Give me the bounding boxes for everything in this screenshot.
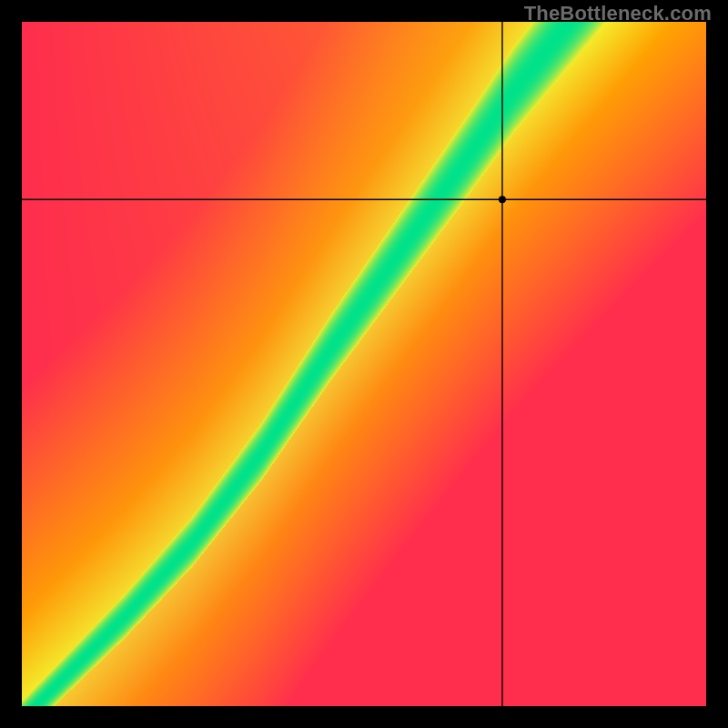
- chart-container: TheBottleneck.com: [0, 0, 728, 728]
- plot-area: [22, 22, 706, 706]
- watermark-label: TheBottleneck.com: [524, 2, 712, 25]
- heatmap-canvas: [22, 22, 706, 706]
